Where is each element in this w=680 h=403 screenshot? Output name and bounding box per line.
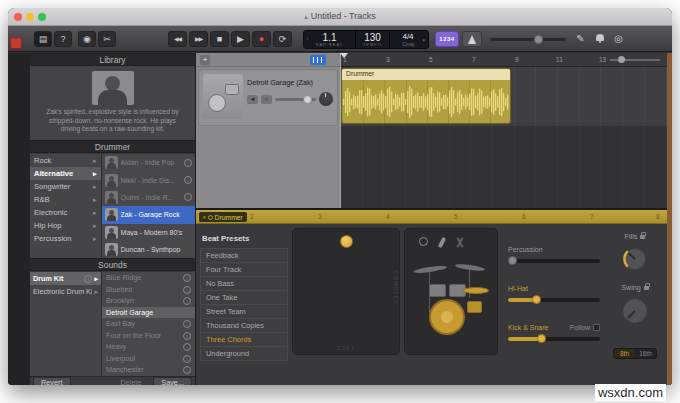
metronome-button[interactable] xyxy=(462,31,482,47)
beat-preset-item[interactable]: Four Track xyxy=(201,263,287,277)
add-track-button[interactable]: + xyxy=(200,55,210,65)
sound-item[interactable]: Heavy↓ xyxy=(102,341,195,353)
kick-drum[interactable] xyxy=(429,299,465,335)
swing-knob[interactable] xyxy=(618,294,652,328)
download-icon[interactable]: ↓ xyxy=(183,355,191,363)
sixteenth-note-option[interactable]: 16th xyxy=(635,349,656,358)
play-button[interactable]: ▶ xyxy=(231,31,250,47)
notepad-button[interactable]: ✎ xyxy=(573,31,588,46)
forward-button[interactable]: ▶▶ xyxy=(189,31,208,47)
mute-button[interactable]: ◄ xyxy=(247,95,258,104)
percussion-slider[interactable] xyxy=(508,259,600,263)
follow-control[interactable]: Follow xyxy=(570,324,600,331)
track-header[interactable]: Detroit Garage (Zak) ◄ ∩ xyxy=(198,69,338,126)
drummer-item[interactable]: Maya - Modern 80's xyxy=(102,224,195,241)
mixer-icon[interactable] xyxy=(310,55,326,65)
sound-item[interactable]: Liverpool↓ xyxy=(102,353,195,365)
ride-cymbal[interactable] xyxy=(455,263,485,272)
master-volume-slider[interactable] xyxy=(490,38,566,41)
delete-button[interactable]: Delete xyxy=(112,377,149,385)
playhead-marker[interactable] xyxy=(340,53,348,58)
kit-item[interactable]: Electronic Drum Kit▸ xyxy=(30,285,101,298)
crash-cymbal[interactable] xyxy=(413,265,447,275)
count-in-button[interactable]: 1234 xyxy=(435,31,459,47)
sound-item[interactable]: East Bay↓ xyxy=(102,318,195,330)
download-icon[interactable]: ↓ xyxy=(184,176,192,184)
lock-icon[interactable] xyxy=(640,235,645,239)
download-icon[interactable]: ↓ xyxy=(183,332,191,340)
beat-preset-item-selected[interactable]: Three Chords xyxy=(201,333,287,347)
tambourine-icon[interactable] xyxy=(419,237,428,246)
kick-snare-slider-thumb[interactable] xyxy=(537,334,546,343)
beat-preset-item[interactable]: One Take xyxy=(201,291,287,305)
tom-drum[interactable] xyxy=(429,284,446,297)
download-icon[interactable]: ↓ xyxy=(183,366,191,374)
download-icon[interactable]: ↓ xyxy=(183,286,191,294)
pan-knob[interactable] xyxy=(319,92,333,106)
lcd-display[interactable]: ♪ 1.1 BAR BEAT 130 TEMPO 4/4 Cmaj ▾ xyxy=(303,30,429,49)
sound-item[interactable]: Four on the Floor↓ xyxy=(102,330,195,342)
editors-button[interactable]: ✂ xyxy=(98,31,116,47)
volume-slider-thumb[interactable] xyxy=(534,35,543,44)
fills-knob[interactable] xyxy=(619,243,651,275)
beat-preset-item[interactable]: Thousand Copies xyxy=(201,319,287,333)
follow-checkbox[interactable] xyxy=(593,324,600,331)
download-icon[interactable]: ↓ xyxy=(184,159,192,167)
download-icon[interactable]: ↓ xyxy=(183,297,191,305)
xy-pad-puck[interactable] xyxy=(340,235,353,248)
cycle-button[interactable]: ⟳ xyxy=(273,31,292,47)
claves-icon[interactable] xyxy=(456,237,466,247)
genre-item[interactable]: Electronic▸ xyxy=(30,206,101,219)
download-icon[interactable]: ↓ xyxy=(183,320,191,328)
editor-ruler[interactable]: ▾ Drummer 2 3 4 5 6 7 8 xyxy=(196,210,672,224)
drummer-item[interactable]: Nikki - Indie Dis...↓ xyxy=(102,171,195,188)
lock-icon[interactable] xyxy=(644,286,649,290)
drummer-item-selected[interactable]: Zak - Garage Rock xyxy=(102,206,195,223)
genre-item[interactable]: R&B▸ xyxy=(30,193,101,206)
drummer-region[interactable]: Drummer xyxy=(341,68,511,124)
beat-preset-item[interactable]: Street Team xyxy=(201,305,287,319)
shaker-icon[interactable] xyxy=(438,237,447,249)
solo-button[interactable]: ∩ xyxy=(261,95,272,104)
kit-item-selected[interactable]: Drum Kit↓▸ xyxy=(30,272,101,285)
save-button[interactable]: Save... xyxy=(153,377,192,385)
genre-item[interactable]: Hip Hop▸ xyxy=(30,219,101,232)
hihat-slider-thumb[interactable] xyxy=(532,295,541,304)
alerts-button[interactable] xyxy=(592,31,607,46)
genre-item[interactable]: Percussion▸ xyxy=(30,232,101,245)
genre-item[interactable]: Rock▸ xyxy=(30,154,101,167)
genre-item-selected[interactable]: Alternative▸ xyxy=(30,167,101,180)
drummer-item[interactable]: Aidan - Indie Pop↓ xyxy=(102,154,195,171)
sound-item-selected[interactable]: Detroit Garage xyxy=(102,307,195,319)
sound-item[interactable]: Brooklyn↓ xyxy=(102,295,195,307)
eighth-note-option[interactable]: 8th xyxy=(614,349,635,358)
zoom-slider-thumb[interactable] xyxy=(618,56,625,63)
kick-snare-slider[interactable] xyxy=(508,337,600,341)
rewind-button[interactable]: ◀◀ xyxy=(168,31,187,47)
library-toggle-button[interactable]: ▤ xyxy=(34,31,52,47)
smart-controls-button[interactable]: ◉ xyxy=(78,31,96,47)
beat-ruler[interactable]: 1 3 5 7 9 11 13 xyxy=(340,53,672,67)
beat-preset-item[interactable]: Feedback xyxy=(201,249,287,263)
floor-tom[interactable] xyxy=(467,301,482,313)
beat-preset-item[interactable]: No Bass xyxy=(201,277,287,291)
revert-button[interactable]: Revert xyxy=(33,377,71,385)
hihat-cymbal[interactable] xyxy=(463,287,489,294)
loop-browser-button[interactable]: ◎ xyxy=(611,31,626,46)
drummer-item[interactable]: Duncan - Synthpop xyxy=(102,241,195,258)
genre-item[interactable]: Songwriter▸ xyxy=(30,180,101,193)
record-button[interactable]: ● xyxy=(252,31,271,47)
quick-help-button[interactable]: ? xyxy=(54,31,72,47)
drummer-item[interactable]: Quinn - Indie R...↓ xyxy=(102,189,195,206)
zoom-slider[interactable] xyxy=(610,59,660,61)
track-volume-slider[interactable] xyxy=(275,98,316,101)
beat-preset-item[interactable]: Underground xyxy=(201,347,287,361)
download-icon[interactable]: ↓ xyxy=(183,343,191,351)
download-icon[interactable]: ↓ xyxy=(183,274,191,282)
sound-item[interactable]: Manchester↓ xyxy=(102,364,195,376)
download-icon[interactable]: ↓ xyxy=(84,275,92,283)
download-icon[interactable]: ↓ xyxy=(184,193,192,201)
track-volume-thumb[interactable] xyxy=(303,95,312,104)
editor-region-chip[interactable]: ▾ Drummer xyxy=(199,212,247,222)
hihat-slider[interactable] xyxy=(508,298,600,302)
